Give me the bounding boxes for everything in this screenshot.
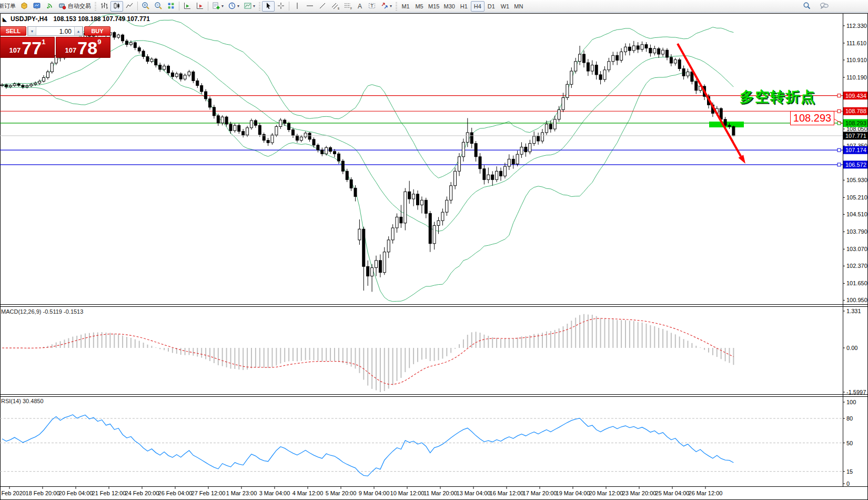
svg-text:18 Feb 20:00: 18 Feb 20:00 bbox=[26, 490, 60, 496]
rsi-name: RSI(14) bbox=[1, 398, 21, 404]
timeframe-mn-button[interactable]: MN bbox=[512, 1, 526, 12]
trendline-button[interactable] bbox=[316, 1, 329, 12]
timeframe-m15-button[interactable]: M15 bbox=[426, 1, 441, 12]
bar-chart-button[interactable] bbox=[98, 1, 110, 12]
one-click-trading-panel: SELL ▼ 1.00 ▲ BUY 107 77 1 107 78 9 bbox=[0, 26, 110, 58]
sell-price-pip: 1 bbox=[42, 38, 45, 46]
timeframe-h4-button[interactable]: H4 bbox=[471, 1, 485, 12]
autotrading-icon bbox=[58, 2, 66, 11]
svg-text:F: F bbox=[350, 7, 352, 10]
sell-price-button[interactable]: 107 77 1 bbox=[0, 37, 55, 58]
macd-value: -0.5119 bbox=[43, 308, 62, 315]
svg-text:10 Mar 12:00: 10 Mar 12:00 bbox=[390, 490, 425, 496]
cursor-button[interactable] bbox=[262, 1, 275, 12]
svg-text:50: 50 bbox=[846, 440, 853, 446]
svg-text:1.331: 1.331 bbox=[846, 308, 861, 314]
volume-decrease-button[interactable]: ▼ bbox=[28, 27, 36, 35]
crosshair-button[interactable] bbox=[275, 1, 287, 12]
svg-text:3 Mar 04:00: 3 Mar 04:00 bbox=[259, 490, 290, 496]
new-order-label: 新订单 bbox=[0, 2, 16, 10]
svg-text:103.070: 103.070 bbox=[846, 246, 867, 252]
toolbar-separator bbox=[179, 2, 179, 11]
fibonacci-button[interactable]: F bbox=[341, 1, 354, 12]
horizontal-line-button[interactable] bbox=[304, 1, 316, 12]
terminal-button[interactable] bbox=[31, 1, 43, 12]
chart-shift-button[interactable] bbox=[194, 1, 206, 12]
toolbar-drag-handle bbox=[259, 2, 260, 11]
dropdown-arrow-icon: ▾ bbox=[221, 4, 224, 8]
zoom-out-icon bbox=[154, 2, 163, 11]
sell-price-prefix: 107 bbox=[9, 46, 21, 54]
chart-frame bbox=[0, 14, 868, 500]
dropdown-arrow-icon: ▾ bbox=[390, 4, 392, 8]
price-chart-canvas[interactable]: 112.330111.610110.910110.190108.050107.3… bbox=[0, 0, 868, 500]
text-label-button[interactable]: T bbox=[366, 1, 378, 12]
terminal-icon bbox=[33, 2, 41, 11]
timeframe-w1-button[interactable]: W1 bbox=[498, 1, 512, 12]
templates-button[interactable]: ▾ bbox=[241, 1, 257, 12]
line-chart-button[interactable] bbox=[123, 1, 136, 12]
fibonacci-icon: F bbox=[344, 2, 352, 11]
vertical-line-button[interactable] bbox=[291, 1, 304, 12]
svg-text:107.771: 107.771 bbox=[845, 133, 866, 139]
signals-button[interactable] bbox=[43, 1, 56, 12]
macd-name: MACD(12,26,9) bbox=[1, 308, 41, 315]
buy-price-button[interactable]: 107 78 9 bbox=[56, 37, 110, 58]
tile-windows-button[interactable] bbox=[165, 1, 177, 12]
buy-button[interactable]: BUY bbox=[84, 26, 110, 36]
svg-text:110.190: 110.190 bbox=[846, 74, 867, 81]
zoom-in-button[interactable] bbox=[139, 1, 152, 12]
zoom-in-icon bbox=[142, 2, 150, 11]
chart-shift-icon bbox=[196, 2, 204, 11]
chart-title: ◣ USDJPY-,H4 108.153 108.188 107.749 107… bbox=[3, 15, 150, 23]
search-button[interactable] bbox=[801, 1, 813, 12]
candlestick-chart-icon bbox=[113, 2, 121, 11]
svg-text:13 Mar 04:00: 13 Mar 04:00 bbox=[457, 490, 491, 496]
svg-text:4 Mar 12:00: 4 Mar 12:00 bbox=[292, 490, 324, 496]
arrows-tool-button[interactable]: ▾ bbox=[378, 1, 394, 12]
svg-text:5 Mar 20:00: 5 Mar 20:00 bbox=[326, 490, 357, 496]
autotrading-button[interactable]: 自动交易 bbox=[56, 1, 93, 12]
indicators-button[interactable]: ▾ bbox=[210, 1, 226, 12]
new-order-button[interactable]: 新订单 bbox=[0, 1, 18, 12]
svg-text:20 Mar 12:00: 20 Mar 12:00 bbox=[589, 490, 623, 496]
svg-text:106.572: 106.572 bbox=[845, 162, 866, 168]
svg-text:25 Mar 04:00: 25 Mar 04:00 bbox=[655, 490, 690, 496]
text-label-icon: T bbox=[368, 2, 376, 11]
search-icon bbox=[803, 2, 811, 11]
macd-signal-value: -0.1513 bbox=[64, 308, 83, 315]
svg-text:110.910: 110.910 bbox=[846, 57, 867, 63]
autotrading-label: 自动交易 bbox=[68, 2, 91, 10]
timeframe-m1-button[interactable]: M1 bbox=[399, 1, 412, 12]
zoom-out-button[interactable] bbox=[152, 1, 165, 12]
dropdown-arrow-icon: ▾ bbox=[253, 4, 255, 8]
toolbar-drag-handle bbox=[95, 2, 96, 11]
svg-text:26 Mar 12:00: 26 Mar 12:00 bbox=[689, 490, 723, 496]
volume-increase-button[interactable]: ▲ bbox=[74, 27, 83, 35]
chat-button[interactable] bbox=[817, 1, 831, 12]
main-toolbar: 新订单 自动交易 ▾ ▾ ▾ bbox=[0, 0, 868, 13]
history-center-button[interactable] bbox=[18, 1, 31, 12]
timeframe-d1-button[interactable]: D1 bbox=[485, 1, 498, 12]
svg-text:24 Feb 20:00: 24 Feb 20:00 bbox=[125, 490, 159, 496]
templates-icon bbox=[244, 2, 252, 11]
timeframe-m30-button[interactable]: M30 bbox=[441, 1, 457, 12]
signal-icon bbox=[45, 2, 54, 11]
sell-price-big: 77 bbox=[22, 41, 42, 56]
svg-text:100: 100 bbox=[846, 399, 856, 405]
timeframe-m5-button[interactable]: M5 bbox=[412, 1, 426, 12]
sell-button[interactable]: SELL bbox=[0, 26, 26, 36]
auto-scroll-icon bbox=[183, 2, 191, 11]
svg-text:108.293: 108.293 bbox=[845, 120, 866, 126]
price-callout-box[interactable]: 108.293 bbox=[790, 111, 834, 125]
volume-value[interactable]: 1.00 bbox=[36, 27, 74, 35]
svg-text:105.210: 105.210 bbox=[846, 194, 867, 201]
auto-scroll-button[interactable] bbox=[181, 1, 194, 12]
periods-button[interactable]: ▾ bbox=[226, 1, 241, 12]
equidistant-channel-button[interactable]: E bbox=[329, 1, 341, 12]
svg-text:26 Feb 04:00: 26 Feb 04:00 bbox=[158, 490, 193, 496]
timeframe-h1-button[interactable]: H1 bbox=[457, 1, 471, 12]
svg-text:16 Mar 12:00: 16 Mar 12:00 bbox=[490, 490, 524, 496]
candlestick-chart-button[interactable] bbox=[110, 1, 123, 12]
text-tool-button[interactable]: A bbox=[354, 1, 366, 12]
